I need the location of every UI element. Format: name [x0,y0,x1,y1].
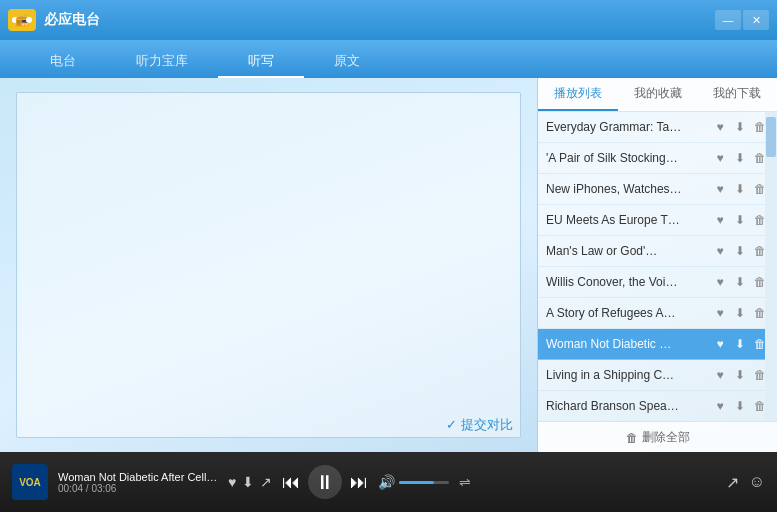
share-icon[interactable]: ↗ [260,474,272,490]
favorite-icon[interactable]: ♥ [711,180,729,198]
volume-fill [399,481,434,484]
favorite-icon[interactable]: ♥ [711,149,729,167]
shuffle-icon[interactable]: ⇌ [459,474,471,490]
list-item[interactable]: Man's Law or God'… ♥ ⬇ 🗑 [538,236,777,267]
list-item[interactable]: A Story of Refugees A… ♥ ⬇ 🗑 [538,298,777,329]
scrollbar-track[interactable] [765,112,777,421]
left-panel: ✓ 提交对比 [0,78,537,452]
tab-dictation[interactable]: 听写 [218,46,304,78]
delete-all-section: 🗑 删除全部 [538,421,777,453]
download-icon[interactable]: ⬇ [731,180,749,198]
pause-button[interactable]: ⏸ [308,465,342,499]
tab-radio[interactable]: 电台 [20,46,106,78]
playlist-tab-downloads[interactable]: 我的下载 [697,78,777,111]
list-item-active[interactable]: Woman Not Diabetic … ♥ ⬇ 🗑 [538,329,777,360]
list-item[interactable]: 'A Pair of Silk Stocking… ♥ ⬇ 🗑 [538,143,777,174]
download-icon[interactable]: ⬇ [731,118,749,136]
list-item[interactable]: Richard Branson Spea… ♥ ⬇ 🗑 [538,391,777,421]
scrollbar-thumb[interactable] [766,117,776,157]
download-icon[interactable]: ⬇ [242,474,254,490]
list-item[interactable]: EU Meets As Europe T… ♥ ⬇ 🗑 [538,205,777,236]
list-item[interactable]: Willis Conover, the Voi… ♥ ⬇ 🗑 [538,267,777,298]
download-icon[interactable]: ⬇ [731,335,749,353]
playlist-items: Everyday Grammar: Ta… ♥ ⬇ 🗑 'A Pair of S… [538,112,777,421]
volume-icon[interactable]: 🔊 [378,474,395,490]
trash-icon: 🗑 [626,431,638,445]
submit-button[interactable]: ✓ 提交对比 [446,416,513,434]
titlebar: 📻 必应电台 — ✕ [0,0,777,40]
right-panel: 播放列表 我的收藏 我的下载 Everyday Grammar: Ta… ♥ ⬇… [537,78,777,452]
voa-text: VOA [19,477,41,488]
player: VOA Woman Not Diabetic After Cell Tra… 0… [0,452,777,512]
prev-button[interactable]: ⏮ [282,472,300,493]
list-item[interactable]: Living in a Shipping C… ♥ ⬇ 🗑 [538,360,777,391]
close-button[interactable]: ✕ [743,10,769,30]
download-icon[interactable]: ⬇ [731,273,749,291]
item-actions: ♥ ⬇ 🗑 [711,118,769,136]
favorite-icon[interactable]: ♥ [711,397,729,415]
favorite-icon[interactable]: ♥ [711,118,729,136]
list-item[interactable]: New iPhones, Watches… ♥ ⬇ 🗑 [538,174,777,205]
playlist-tab-list[interactable]: 播放列表 [538,78,618,111]
export-icon[interactable]: ↗ [726,473,739,492]
main-content: ✓ 提交对比 播放列表 我的收藏 我的下载 Everyday Grammar: … [0,78,777,452]
next-button[interactable]: ⏭ [350,472,368,493]
volume-section: 🔊 [378,474,449,490]
download-icon[interactable]: ⬇ [731,366,749,384]
volume-bar[interactable] [399,481,449,484]
download-icon[interactable]: ⬇ [731,211,749,229]
player-info: Woman Not Diabetic After Cell Tra… 00:04… [58,471,218,494]
minimize-button[interactable]: — [715,10,741,30]
favorite-icon[interactable]: ♥ [711,242,729,260]
playlist-tab-favorites[interactable]: 我的收藏 [618,78,698,111]
nav-tabs: 电台 听力宝库 听写 原文 [0,40,777,78]
favorite-icon[interactable]: ♥ [711,366,729,384]
playlist-tabs: 播放列表 我的收藏 我的下载 [538,78,777,112]
player-controls: ⏮ ⏸ ⏭ [282,465,368,499]
favorite-icon[interactable]: ♥ [711,211,729,229]
tab-original[interactable]: 原文 [304,46,390,78]
tab-library[interactable]: 听力宝库 [106,46,218,78]
heart-icon[interactable]: ♥ [228,474,236,490]
voa-logo: VOA [12,464,48,500]
delete-all-button[interactable]: 🗑 删除全部 [626,429,690,446]
list-item[interactable]: Everyday Grammar: Ta… ♥ ⬇ 🗑 [538,112,777,143]
download-icon[interactable]: ⬇ [731,149,749,167]
favorite-icon[interactable]: ♥ [711,273,729,291]
app-title: 必应电台 [44,11,715,29]
player-time: 00:04 / 03:06 [58,483,218,494]
app-icon: 📻 [8,9,36,31]
download-icon[interactable]: ⬇ [731,242,749,260]
player-title: Woman Not Diabetic After Cell Tra… [58,471,218,483]
favorite-icon[interactable]: ♥ [711,335,729,353]
dictation-textarea[interactable] [16,92,521,438]
download-icon[interactable]: ⬇ [731,304,749,322]
favorite-icon[interactable]: ♥ [711,304,729,322]
download-icon[interactable]: ⬇ [731,397,749,415]
window-controls: — ✕ [715,10,769,30]
player-right-actions: ↗ ☺ [726,473,765,492]
player-actions-left: ♥ ⬇ ↗ [228,474,272,490]
smiley-icon[interactable]: ☺ [749,473,765,491]
